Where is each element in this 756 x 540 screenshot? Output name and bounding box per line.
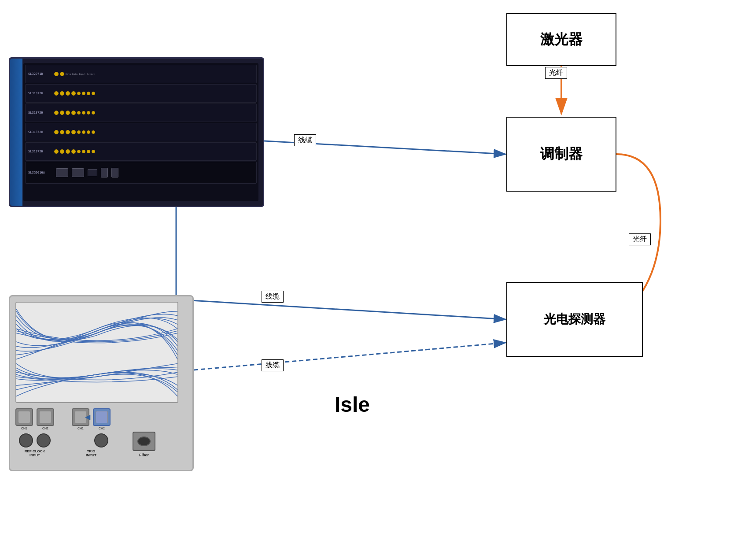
trig-group-label: TRIG INPUT xyxy=(86,449,96,457)
cable-label-3: 线缆 xyxy=(262,359,284,371)
rack-unit: SL32071B Data Data Input Output SL31372H xyxy=(9,57,264,207)
fiber-label-2: 光纤 xyxy=(629,233,651,245)
isle-text: Isle xyxy=(335,392,370,417)
rack-eth-port xyxy=(56,168,68,177)
fiber-button-inner xyxy=(137,436,151,446)
trig-ch1-label: CH1 xyxy=(77,427,84,430)
rack-row-4: SL31372H xyxy=(25,123,257,141)
oscilloscope: CH1 CH2 REF CLOCK INPUT xyxy=(9,295,194,471)
ref-clock-knob-2[interactable] xyxy=(37,433,51,448)
rack-usb-1 xyxy=(101,168,108,178)
osc-screen xyxy=(15,302,178,403)
fiber-label: Fiber xyxy=(139,453,149,457)
ref-clock-ch1-label: CH1 xyxy=(21,427,27,430)
rack-connectors-3 xyxy=(54,111,95,115)
rack-connectors-5 xyxy=(54,149,95,154)
rack-eth-port-2 xyxy=(72,168,84,177)
ref-clock-ch1-button[interactable] xyxy=(15,408,33,426)
rack-row-2: SL31372H xyxy=(25,84,257,103)
modulator-label: 调制器 xyxy=(540,144,583,164)
rack-row-1: SL32071B Data Data Input Output xyxy=(25,65,257,83)
rack-inner: SL32071B Data Data Input Output SL31372H xyxy=(23,63,258,201)
ref-clock-group-label: REF CLOCK INPUT xyxy=(25,449,45,457)
cable-label-2: 线缆 xyxy=(262,291,284,303)
modulator-box: 调制器 xyxy=(506,117,616,192)
rack-side-panel xyxy=(10,59,22,206)
fiber-label-1: 光纤 xyxy=(545,67,567,79)
ref-clock-knob-1[interactable] xyxy=(19,433,33,448)
rack-connectors-1: Data Data Input Output xyxy=(54,72,95,76)
rack-row-6: SL3G0016A xyxy=(25,162,257,184)
rack-row-3: SL31372H xyxy=(25,104,257,122)
ref-clock-ch2-label: CH2 xyxy=(42,427,48,430)
photodetector-label: 光电探测器 xyxy=(544,311,605,328)
laser-box: 激光器 xyxy=(506,13,616,66)
rack-connectors-2 xyxy=(54,91,95,96)
trig-ch2-label: CH2 xyxy=(99,427,105,430)
trig-knob[interactable] xyxy=(94,433,108,448)
rack-usb-2 xyxy=(111,168,118,178)
laser-label: 激光器 xyxy=(540,30,583,49)
svg-line-5 xyxy=(194,343,505,370)
osc-controls: CH1 CH2 REF CLOCK INPUT xyxy=(15,408,187,457)
photodetector-box: 光电探测器 xyxy=(506,282,643,357)
ref-clock-ch2-button[interactable] xyxy=(37,408,54,426)
rack-vga-port xyxy=(88,169,97,176)
rack-row-5: SL31372H xyxy=(25,142,257,161)
cable-label-1: 线缆 xyxy=(294,134,316,146)
rack-connectors-4 xyxy=(54,130,95,134)
fiber-button[interactable] xyxy=(133,432,155,451)
trig-ch2-button[interactable] xyxy=(93,408,111,426)
